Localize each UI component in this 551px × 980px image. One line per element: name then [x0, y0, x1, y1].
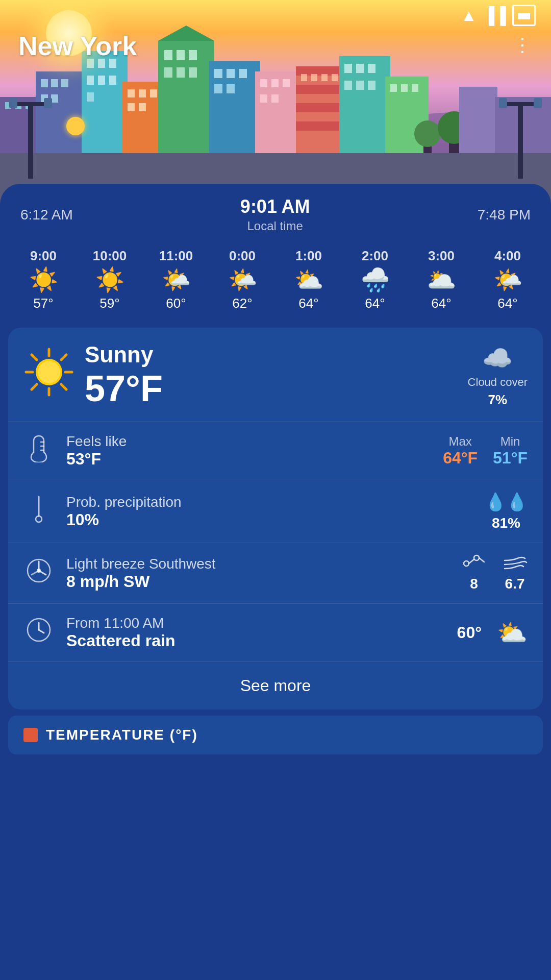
wind-label: Light breeze Southwest: [66, 556, 449, 572]
hour-item-7: 4:00 🌤️ 64°: [474, 244, 541, 315]
temp-square-icon: [23, 728, 38, 742]
svg-rect-80: [44, 98, 52, 108]
svg-rect-67: [390, 84, 397, 92]
svg-rect-29: [139, 103, 146, 111]
svg-line-90: [61, 384, 66, 389]
weather-sun-icon: [23, 347, 74, 405]
hour-item-1: 10:00 ☀️ 59°: [77, 244, 143, 315]
precipitation-row: Prob. precipitation 10% 💧💧 81%: [8, 480, 543, 543]
precipitation-label: Prob. precipitation: [66, 494, 472, 510]
svg-rect-81: [518, 102, 523, 179]
wind-value: 8 mp/h SW: [66, 572, 449, 591]
wind-num: 8: [470, 576, 478, 592]
svg-rect-83: [499, 98, 507, 108]
svg-point-104: [474, 555, 479, 560]
svg-rect-56: [311, 74, 317, 81]
cloud-icon: ☁️: [482, 344, 513, 373]
feels-like-text: Feels like 53°F: [66, 433, 431, 469]
svg-line-89: [32, 355, 37, 360]
lamp-left: [5, 77, 56, 179]
svg-rect-45: [260, 79, 267, 87]
gust-val: 6.7: [505, 576, 525, 592]
scattered-rain-icon: ⛅: [497, 619, 528, 647]
svg-rect-20: [87, 76, 94, 85]
svg-line-103: [469, 559, 474, 564]
min-label: Min: [500, 434, 520, 449]
svg-rect-64: [356, 81, 364, 90]
svg-rect-53: [296, 103, 344, 112]
wind-text: Light breeze Southwest 8 mp/h SW: [66, 556, 449, 591]
svg-line-108: [39, 630, 44, 633]
local-time-label: Local time: [247, 219, 303, 233]
max-min-section: Max 64°F Min 51°F: [443, 434, 528, 468]
svg-rect-32: [164, 50, 172, 60]
svg-rect-25: [128, 89, 135, 97]
svg-rect-68: [401, 84, 408, 92]
svg-rect-48: [260, 94, 267, 103]
rain-drops-icon: 💧💧: [485, 492, 528, 512]
svg-line-91: [61, 355, 66, 360]
svg-rect-43: [227, 84, 235, 93]
svg-rect-63: [344, 81, 352, 90]
svg-rect-84: [534, 98, 542, 108]
svg-rect-37: [189, 67, 197, 78]
svg-rect-42: [214, 84, 222, 93]
city-header: ▲ ▐▐ New York ⋮: [0, 0, 551, 214]
feels-like-value: 53°F: [66, 450, 431, 469]
svg-rect-23: [87, 92, 94, 102]
cloud-cover-section: ☁️ Cloud cover 7%: [468, 344, 528, 408]
max-label: Max: [448, 434, 471, 449]
local-time-display: 9:01 AM Local time: [240, 196, 310, 234]
wind-row: Light breeze Southwest 8 mp/h SW 8: [8, 543, 543, 604]
upcoming-rain-text: From 11:00 AM Scattered rain: [66, 615, 445, 650]
svg-rect-58: [332, 74, 338, 81]
svg-point-71: [414, 120, 441, 147]
hour-item-3: 0:00 🌤️ 62°: [209, 244, 276, 315]
svg-point-94: [38, 361, 60, 383]
upcoming-rain-condition: Scattered rain: [66, 631, 445, 650]
svg-point-101: [37, 569, 41, 573]
svg-rect-55: [301, 74, 307, 81]
svg-rect-57: [321, 74, 328, 81]
feels-like-icon: [23, 434, 54, 468]
sunrise-time: 6:12 AM: [20, 207, 73, 223]
min-value: 51°F: [493, 449, 528, 468]
wind-right: 8 6.7: [461, 554, 528, 592]
svg-rect-27: [150, 89, 157, 97]
battery-icon: [512, 5, 536, 26]
see-more-button[interactable]: See more: [8, 662, 543, 709]
precipitation-value: 10%: [66, 510, 472, 529]
svg-rect-22: [109, 76, 116, 85]
svg-rect-62: [368, 64, 375, 73]
max-value: 64°F: [443, 449, 478, 468]
hour-item-2: 11:00 🌤️ 60°: [143, 244, 209, 315]
menu-button[interactable]: ⋮: [513, 35, 533, 56]
svg-rect-35: [164, 67, 172, 78]
time-bar: 6:12 AM 9:01 AM Local time 7:48 PM: [0, 184, 551, 239]
hourly-forecast: 9:00 ☀️ 57° 10:00 ☀️ 59° 11:00 🌤️ 60° 0:…: [0, 239, 551, 324]
svg-rect-26: [139, 89, 146, 97]
svg-rect-41: [239, 69, 247, 78]
svg-rect-65: [368, 81, 375, 90]
cloud-cover-label: Cloud cover: [468, 376, 528, 389]
svg-rect-13: [61, 79, 68, 87]
svg-rect-21: [98, 76, 105, 85]
upcoming-rain-row: From 11:00 AM Scattered rain 60° ⛅: [8, 604, 543, 662]
svg-rect-39: [214, 69, 222, 78]
clock-icon: [23, 616, 54, 650]
wind-icon: [23, 556, 54, 591]
svg-rect-77: [28, 102, 33, 179]
upcoming-rain-right: 60° ⛅: [457, 619, 528, 647]
svg-rect-46: [271, 79, 279, 87]
svg-rect-49: [271, 94, 279, 103]
feels-like-label: Feels like: [66, 433, 431, 450]
svg-rect-79: [9, 98, 17, 108]
svg-line-92: [32, 384, 37, 389]
svg-rect-36: [177, 67, 185, 78]
city-name: New York: [18, 31, 137, 61]
svg-rect-40: [227, 69, 235, 78]
cloud-cover-percent: 7%: [488, 392, 508, 408]
hour-item-6: 3:00 🌥️ 64°: [408, 244, 474, 315]
precipitation-right: 💧💧 81%: [485, 492, 528, 531]
signal-icon: ▐▐: [483, 6, 506, 25]
